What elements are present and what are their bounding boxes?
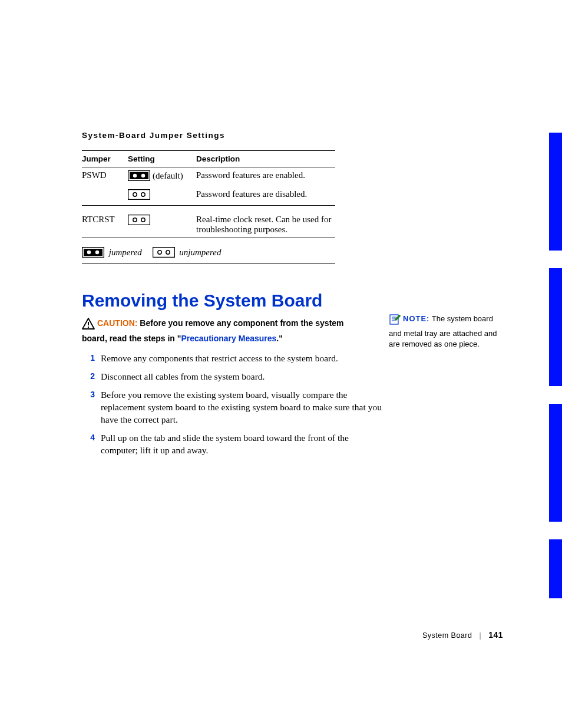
svg-rect-4 [128,190,150,200]
edge-tab [549,133,562,251]
note-icon [389,314,401,328]
table-row: PSWD (default) Password features are ena… [82,167,335,187]
table-header-row: Jumper Setting Description [82,151,335,167]
svg-rect-14 [153,248,174,258]
content-area: System-Board Jumper Settings Jumper Sett… [82,131,494,463]
caution-block: CAUTION: Before you remove any component… [82,318,371,344]
footer-section: System Board [422,631,472,640]
heading-removing-system-board: Removing the System Board [82,291,494,311]
caution-text: CAUTION: Before you remove any component… [82,318,344,343]
step-item: 4 Pull up on the tab and slide the syste… [82,432,382,457]
jumper-unjumpered-icon [128,189,150,202]
caution-icon [82,318,95,333]
step-number: 3 [82,389,101,426]
step-item: 3 Before you remove the existing system … [82,389,382,426]
jumper-name: PSWD [82,167,128,187]
page-footer: System Board | 141 [422,630,503,640]
legend-jumpered-label: jumpered [107,248,150,257]
step-number: 2 [82,371,101,383]
jumper-unjumpered-icon [153,247,175,260]
jumper-description: Password features are enabled. [196,167,335,187]
step-text: Pull up on the tab and slide the system … [101,432,382,457]
jumper-setting: (default) [128,167,196,187]
table-separator [82,206,335,212]
svg-point-6 [141,193,145,196]
svg-rect-7 [128,215,150,225]
col-header-setting: Setting [128,151,196,167]
jumper-setting [128,186,196,206]
jumper-jumpered-icon [128,170,150,183]
svg-point-12 [87,251,91,254]
section-title: System-Board Jumper Settings [82,131,494,140]
steps-list: 1 Remove any components that restrict ac… [82,353,382,456]
edge-tab [549,404,562,522]
step-text: Remove any components that restrict acce… [101,353,382,365]
jumper-jumpered-icon [82,247,104,260]
svg-rect-1 [130,172,148,179]
svg-point-2 [133,174,137,177]
table-separator [82,238,335,245]
caution-link[interactable]: Precautionary Measures [181,334,276,343]
jumper-description: Password features are disabled. [196,186,335,206]
step-item: 2 Disconnect all cables from the system … [82,371,382,383]
step-number: 1 [82,353,101,365]
svg-point-13 [95,251,99,254]
edge-tab [549,539,562,598]
jumper-setting [128,212,196,238]
legend-unjumpered-label: unjumpered [177,248,229,257]
jumper-settings-table: Jumper Setting Description PSWD (default… [82,150,335,269]
jumper-unjumpered-icon [128,215,150,228]
caution-label: CAUTION: [97,318,137,328]
svg-rect-11 [84,249,103,256]
legend-row: jumpered unjumpered [82,244,335,263]
edge-tab [549,268,562,386]
page: System-Board Jumper Settings Jumper Sett… [0,0,562,728]
col-header-jumper: Jumper [82,151,128,167]
table-row: Password features are disabled. [82,186,335,206]
col-header-description: Description [196,151,335,167]
step-text: Disconnect all cables from the system bo… [101,371,382,383]
footer-separator: | [474,631,486,640]
jumper-name [82,186,128,206]
step-text: Before you remove the existing system bo… [101,389,382,426]
svg-point-5 [133,193,137,196]
caution-body-after: ." [276,334,283,343]
note-box: NOTE: The system board and metal tray ar… [389,314,501,350]
svg-point-16 [166,251,169,254]
svg-point-15 [157,251,161,254]
step-item: 1 Remove any components that restrict ac… [82,353,382,365]
svg-point-9 [141,218,145,222]
table-row: RTCRST Real-time clock reset. Can be use… [82,212,335,238]
jumper-name: RTCRST [82,212,128,238]
footer-page-number: 141 [488,630,503,640]
step-number: 4 [82,432,101,457]
svg-point-19 [88,327,89,328]
table-bottom-rule [82,263,335,270]
note-label: NOTE: [403,314,429,323]
jumper-description: Real-time clock reset. Can be used for t… [196,212,335,238]
svg-point-8 [133,218,137,222]
svg-point-3 [141,174,145,177]
setting-default-label: (default) [150,171,183,180]
